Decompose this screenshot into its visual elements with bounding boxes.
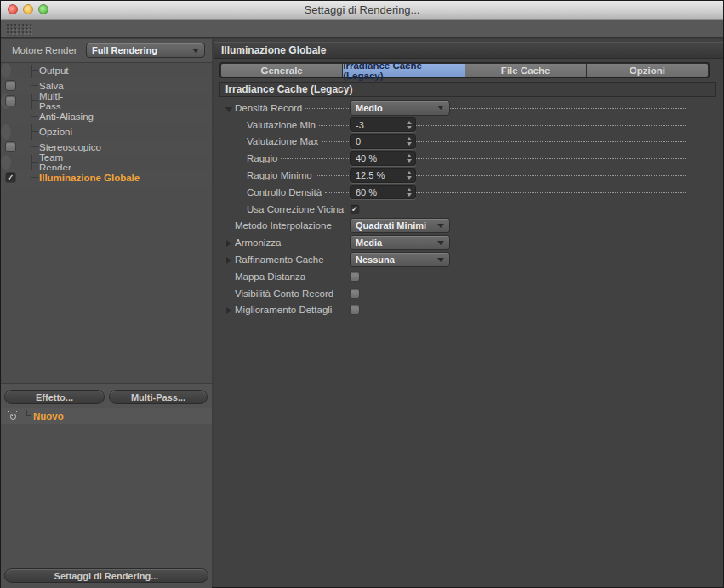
sidebar-checkbox-illuminazione-globale[interactable]: ✓ <box>5 172 16 183</box>
step-up-icon[interactable] <box>407 137 412 140</box>
stepper-arrows-icon[interactable] <box>407 137 412 146</box>
dropdown-raffinamento-cache[interactable]: Nessuna <box>350 252 450 267</box>
stepper-controllo-densit[interactable]: 60 % <box>350 185 416 199</box>
render-engine-dropdown[interactable]: Full Rendering <box>86 43 205 58</box>
expand-triangle-icon[interactable] <box>225 302 232 317</box>
chevron-down-icon <box>437 106 444 110</box>
field-row-controllo-densit: Controllo Densità60 % <box>214 184 691 201</box>
dropdown-value: Medio <box>356 103 383 113</box>
tree-connector <box>31 177 38 178</box>
sidebar-item-team-render[interactable]: Team Render <box>1 155 11 170</box>
dropdown-value: Quadrati Minimi <box>356 220 426 231</box>
stepper-raggio[interactable]: 40 % <box>350 151 416 166</box>
field-control <box>350 288 360 299</box>
tab-irradiance-cache-legacy[interactable]: Irradiance Cache (Legacy) <box>343 64 464 77</box>
step-down-icon[interactable] <box>407 126 412 129</box>
sidebar-item-opzioni[interactable]: Opzioni <box>1 124 11 140</box>
sidebar-item-multi-pass[interactable]: Multi-Pass <box>1 94 11 109</box>
field-row-raggio: Raggio40 % <box>214 150 691 167</box>
sidebar-item-label: Salva <box>39 81 64 91</box>
section-header: Irradiance Cache (Legacy) <box>219 82 716 97</box>
field-control <box>350 305 360 315</box>
field-control: 60 % <box>350 185 416 199</box>
dropdown-armonizza[interactable]: Media <box>350 235 450 250</box>
tree-connector <box>31 146 38 147</box>
sidebar-item-salva[interactable]: Salva <box>1 78 212 94</box>
sidebar-item-stereoscopico[interactable]: Stereoscopico <box>1 140 212 155</box>
field-control: ✓ <box>350 204 360 214</box>
render-engine-value: Full Rendering <box>92 45 157 55</box>
dropdown-metodo-interpolazione[interactable]: Quadrati Minimi <box>350 218 450 233</box>
titlebar[interactable]: Settaggi di Rendering... <box>1 1 723 20</box>
field-label: Valutazione Min <box>247 120 316 130</box>
checkbox-visibilit-conto-record[interactable] <box>350 288 360 299</box>
stepper-arrows-icon[interactable] <box>407 171 412 180</box>
zoom-button[interactable] <box>38 4 48 14</box>
field-row-valutazione-max: Valutazione Max0 <box>214 134 691 151</box>
tree-connector <box>31 70 38 71</box>
field-control: Medio <box>350 100 450 116</box>
tab-file-cache[interactable]: File Cache <box>465 64 586 77</box>
effect-button[interactable]: Effetto... <box>4 390 105 404</box>
sidebar-checkbox-multi-pass[interactable] <box>5 95 16 106</box>
tree-connector <box>31 131 38 132</box>
step-down-icon[interactable] <box>407 159 412 163</box>
tree-connector <box>31 162 38 163</box>
multipass-button[interactable]: Multi-Pass... <box>109 390 208 404</box>
field-label: Raggio <box>247 153 277 163</box>
step-down-icon[interactable] <box>407 176 412 180</box>
dropdown-value: Nessuna <box>356 254 395 265</box>
sidebar-item-anti-aliasing[interactable]: Anti-Aliasing <box>1 109 212 124</box>
tree-connector <box>31 100 38 101</box>
stepper-arrows-icon[interactable] <box>407 154 412 163</box>
sidebar-item-output[interactable]: Output <box>1 63 11 78</box>
step-up-icon[interactable] <box>407 154 412 157</box>
minimize-button[interactable] <box>23 4 33 14</box>
dot-leader <box>281 156 687 159</box>
step-up-icon[interactable] <box>407 171 412 174</box>
dropdown-value: Media <box>356 237 382 248</box>
field-control: 12.5 % <box>350 168 416 183</box>
field-label: Raffinamento Cache <box>235 254 324 265</box>
field-row-visibilit-conto-record: Visibilità Conto Record <box>214 285 691 302</box>
step-down-icon[interactable] <box>407 142 412 146</box>
stepper-arrows-icon[interactable] <box>407 121 412 129</box>
step-up-icon[interactable] <box>407 121 412 124</box>
fields-area: Densità RecordMedioValutazione Min-3Valu… <box>214 100 691 318</box>
grip-dots-icon[interactable] <box>7 24 32 36</box>
section-title: Irradiance Cache (Legacy) <box>225 83 352 95</box>
panel-header: Illuminazione Globale <box>214 42 723 59</box>
sidebar-item-label: Output <box>39 66 69 76</box>
toolbar-strip <box>1 20 723 38</box>
sidebar-checkbox-stereoscopico[interactable] <box>5 141 16 152</box>
field-control: Media <box>350 235 450 250</box>
step-down-icon[interactable] <box>407 193 412 197</box>
expand-triangle-icon[interactable] <box>225 252 232 267</box>
dropdown-densit-record[interactable]: Medio <box>350 100 450 116</box>
checkbox-miglioramento-dettagli[interactable] <box>350 305 360 315</box>
checkbox-usa-correzione-vicina[interactable]: ✓ <box>350 204 360 214</box>
tab-generale[interactable]: Generale <box>221 64 342 77</box>
dot-leader <box>309 274 687 277</box>
render-settings-button[interactable]: Settaggi di Rendering... <box>4 568 208 583</box>
stepper-raggio-minimo[interactable]: 12.5 % <box>350 168 416 183</box>
render-engine-row: Motore Render Full Rendering <box>1 39 212 61</box>
field-control <box>350 271 360 282</box>
stepper-arrows-icon[interactable] <box>407 188 412 197</box>
field-control: 40 % <box>350 151 416 166</box>
expand-triangle-icon[interactable] <box>225 235 232 250</box>
field-label: Armonizza <box>235 237 281 248</box>
stepper-valutazione-max[interactable]: 0 <box>350 134 416 149</box>
field-control: 0 <box>350 134 416 149</box>
step-up-icon[interactable] <box>407 188 412 191</box>
sidebar-item-illuminazione-globale[interactable]: ✓Illuminazione Globale <box>1 170 212 186</box>
tab-opzioni[interactable]: Opzioni <box>587 64 708 77</box>
close-button[interactable] <box>8 4 18 14</box>
effect-item-nuovo[interactable]: Nuovo <box>1 408 212 424</box>
sidebar-checkbox-salva[interactable] <box>5 80 16 91</box>
stepper-valutazione-min[interactable]: -3 <box>350 117 416 132</box>
field-control: Nessuna <box>350 252 450 267</box>
checkbox-mappa-distanza[interactable] <box>350 271 360 282</box>
collapse-triangle-icon[interactable] <box>225 100 232 116</box>
effect-button-label: Effetto... <box>36 392 73 402</box>
